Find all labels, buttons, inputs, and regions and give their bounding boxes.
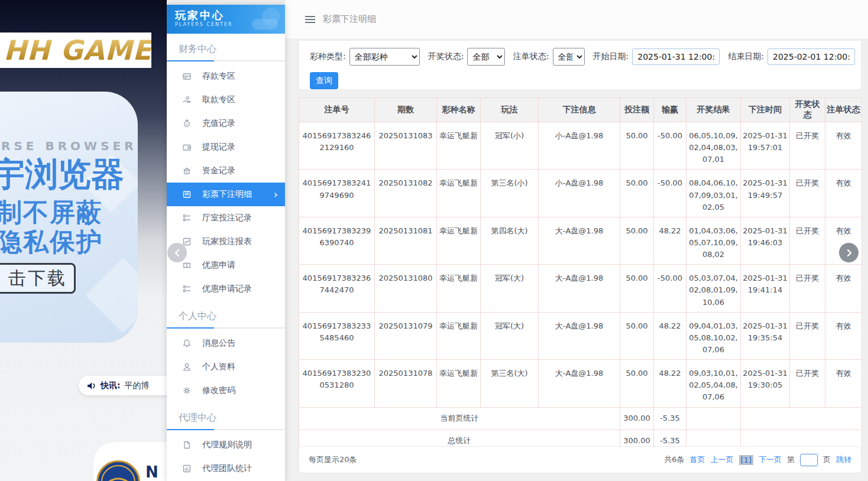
table-header-row: 注单号期数彩种名称玩法下注信息投注额输赢开奖结果下注时间开奖状态注单状态 — [299, 98, 862, 122]
cell: 已开奖 — [790, 217, 825, 264]
start-date-label: 开始日期: — [593, 51, 629, 62]
summary-cell — [686, 407, 741, 430]
card-letter: N — [145, 463, 158, 481]
cell: 50.00 — [620, 312, 654, 359]
column-header: 下注时间 — [741, 98, 790, 122]
site-logo: HH GAME — [0, 32, 151, 68]
jump-button[interactable]: 跳转 — [836, 454, 851, 465]
sidebar-item-label: 存款专区 — [202, 71, 235, 82]
sidebar-item-label: 取款专区 — [202, 95, 235, 105]
cell: 50.00 — [620, 122, 654, 170]
draw-status-select[interactable]: 全部 — [467, 48, 504, 66]
cell: 401569173832367442470 — [299, 265, 375, 312]
end-date-input[interactable] — [767, 48, 855, 65]
sidebar-item-gear[interactable]: 修改密码 — [167, 379, 285, 402]
promo-tagline: RSE BROWSER — [1, 139, 137, 153]
order-status-select[interactable]: 全部 — [553, 48, 585, 66]
summary-cell: 当前页统计 — [299, 407, 620, 430]
cell: 50.00 — [620, 217, 654, 264]
sidebar-item-withdraw[interactable]: 取款专区 — [167, 88, 285, 112]
sidebar-item-doc[interactable]: 代理规则说明 — [167, 433, 285, 457]
page-jump-input[interactable] — [800, 454, 818, 466]
sidebar-item-label: 彩票下注明细 — [202, 189, 252, 200]
table-row: 40156917383233548546020250131079幸运飞艇新冠军(… — [299, 312, 862, 359]
hall-record-icon — [182, 213, 192, 223]
sidebar-header: 玩家中心 PLAYERS CENTER — [167, 5, 285, 34]
cell: 01,04,03,06,05,07,10,09,08,02 — [686, 217, 741, 264]
cell: 幸运飞艇新 — [437, 122, 481, 170]
ticker-label: 快讯: — [101, 381, 121, 391]
cell: 已开奖 — [790, 122, 825, 170]
cell: 幸运飞艇新 — [437, 217, 481, 264]
next-page-link[interactable]: 下一页 — [759, 454, 782, 465]
cell: 幸运飞艇新 — [437, 312, 481, 359]
sidebar-item-label: 代理规则说明 — [202, 440, 252, 450]
cell: 大-A盘@1.98 — [539, 360, 620, 407]
order-status-label: 注单状态: — [513, 51, 549, 62]
lottery-type-select[interactable]: 全部彩种 — [349, 48, 420, 66]
sidebar-item-deposit[interactable]: 存款专区 — [167, 64, 285, 88]
hamburger-icon[interactable] — [305, 16, 315, 23]
prev-page-link[interactable]: 上一页 — [711, 454, 734, 465]
sidebar-item-funds-record[interactable]: 资金记录 — [167, 159, 285, 183]
sidebar-item-label: 充值记录 — [202, 118, 235, 129]
sidebar-item-label: 提现记录 — [202, 142, 235, 152]
sidebar-item-label: 厅室投注记录 — [202, 213, 252, 223]
cell: 2025-01-31 19:30:05 — [741, 360, 790, 407]
cell: 大-A盘@1.98 — [539, 217, 620, 264]
topbar: 彩票下注明细 — [285, 0, 868, 39]
cell: 已开奖 — [790, 170, 825, 217]
cell: 2025-01-31 19:49:57 — [741, 170, 790, 217]
sidebar-item-promo-record[interactable]: 优惠申请记录 — [167, 277, 285, 301]
column-header: 开奖结果 — [686, 98, 741, 122]
sidebar-item-lottery-detail[interactable]: 彩票下注明细› — [167, 183, 285, 206]
table-row: 40156917383246212916020250131083幸运飞艇新冠军(… — [299, 122, 862, 170]
cell: 401569173832419749690 — [299, 170, 375, 217]
withdraw-record-icon — [182, 142, 192, 152]
cell: 冠军(大) — [481, 312, 539, 359]
cell: 401569173832335485460 — [299, 312, 375, 359]
sidebar-item-recharge-record[interactable]: 充值记录 — [167, 112, 285, 135]
cell: 20250131078 — [375, 360, 437, 407]
query-button[interactable]: 查询 — [310, 72, 338, 89]
ticker-text: 平的博 — [125, 381, 150, 391]
column-header: 下注信息 — [539, 98, 620, 122]
cell: 第四名(大) — [481, 217, 539, 264]
cell: 20250131081 — [375, 217, 437, 264]
column-header: 输赢 — [654, 98, 686, 122]
sidebar-item-hall-record[interactable]: 厅室投注记录 — [167, 206, 285, 230]
cell: 有效 — [825, 122, 862, 170]
expand-right-button[interactable] — [839, 243, 859, 262]
collapse-left-button[interactable] — [167, 243, 187, 262]
sidebar-item-user[interactable]: 个人资料 — [167, 355, 285, 379]
jump-prefix: 第 — [787, 454, 795, 465]
cell: 大-A盘@1.98 — [539, 312, 620, 359]
sidebar-item-label: 消息公告 — [202, 338, 235, 349]
cell: 50.00 — [620, 170, 654, 217]
first-page-link[interactable]: 首页 — [690, 454, 705, 465]
site-logo-text: HH GAME — [0, 34, 151, 66]
cell: 小-A盘@1.98 — [539, 170, 620, 217]
current-page[interactable]: [1] — [739, 455, 753, 465]
download-button[interactable]: 击下载 — [0, 263, 76, 294]
cell: 20250131079 — [375, 312, 437, 359]
cell: 幸运飞艇新 — [437, 265, 481, 312]
cell: 有效 — [825, 170, 862, 217]
sidebar-item-withdraw-record[interactable]: 提现记录 — [167, 135, 285, 159]
cell: 20250131082 — [375, 170, 437, 217]
table-row: 40156917383241974969020250131082幸运飞艇新第三名… — [299, 170, 862, 217]
cell: 冠军(大) — [481, 265, 539, 312]
cell: -50.00 — [654, 170, 686, 217]
sidebar-item-bell[interactable]: 消息公告 — [167, 332, 285, 355]
bet-table: 注单号期数彩种名称玩法下注信息投注额输赢开奖结果下注时间开奖状态注单状态 401… — [299, 98, 861, 453]
cell: 48.22 — [654, 360, 686, 407]
column-header: 注单状态 — [825, 98, 862, 122]
sidebar-item-stats[interactable]: 代理团队统计 — [167, 457, 285, 480]
decor-cube — [85, 258, 138, 333]
lottery-type-label: 彩种类型: — [310, 51, 346, 62]
pagination-bar: 每页显示20条 共6条 首页 上一页 [1] 下一页 第 页 跳转 — [299, 446, 861, 473]
promo-record-icon — [182, 284, 192, 294]
start-date-input[interactable] — [632, 48, 720, 65]
sidebar-item-label: 个人资料 — [202, 362, 235, 372]
cell: 有效 — [825, 312, 862, 359]
